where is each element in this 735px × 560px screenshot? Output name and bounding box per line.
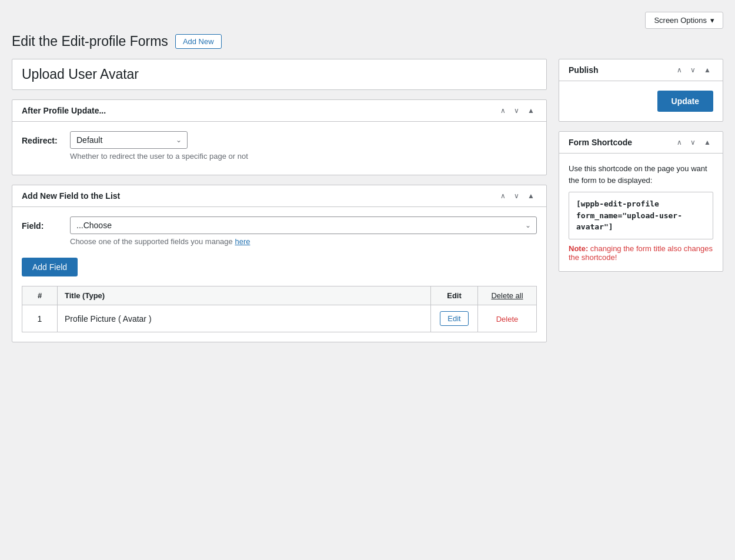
row-delete-cell: Delete [478,305,537,332]
redirect-select-wrapper: Default ⌄ [70,131,188,149]
col-edit-header: Edit [431,286,478,305]
field-select-row: Field: ...Choose ⌄ Choose one of the sup… [22,216,537,246]
form-shortcode-title: Form Shortcode [569,138,670,147]
field-select-content: ...Choose ⌄ Choose one of the supported … [70,216,537,246]
redirect-field-content: Default ⌄ Whether to redirect the user t… [70,131,537,161]
screen-options-button[interactable]: Screen Options ▾ [645,12,723,29]
field-hint: Choose one of the supported fields you m… [70,237,537,246]
publish-metabox: Publish ∧ ∨ ▲ Update [559,59,723,122]
add-field-collapse-up-button[interactable]: ∧ [498,191,508,201]
after-profile-update-metabox: After Profile Update... ∧ ∨ ▲ Redirect: … [12,99,547,175]
top-bar: Screen Options ▾ [12,12,723,29]
shortcode-description: Use this shortcode on the page you want … [569,163,713,186]
form-shortcode-metabox: Form Shortcode ∧ ∨ ▲ Use this shortcode … [559,131,723,272]
add-new-field-header: Add New Field to the List ∧ ∨ ▲ [12,185,546,207]
row-delete-button[interactable]: Delete [496,315,519,324]
add-field-button[interactable]: Add Field [22,258,78,276]
toggle-button[interactable]: ▲ [525,106,537,115]
add-field-toggle-button[interactable]: ▲ [525,191,537,201]
shortcode-note-body: changing the form title also changes the… [569,244,713,262]
page-header: Edit the Edit-profile Forms Add New [12,34,723,49]
add-new-button[interactable]: Add New [175,34,222,49]
form-shortcode-header: Form Shortcode ∧ ∨ ▲ [559,132,723,154]
after-profile-update-header: After Profile Update... ∧ ∨ ▲ [12,100,546,122]
after-profile-update-title: After Profile Update... [22,106,493,115]
field-hint-text: Choose one of the supported fields you m… [70,237,233,246]
publish-collapse-up-button[interactable]: ∧ [674,65,684,75]
shortcode-value[interactable]: [wppb-edit-profile form_name="upload-use… [569,192,713,239]
add-new-field-title: Add New Field to the List [22,191,493,201]
publish-collapse-down-button[interactable]: ∨ [688,65,698,75]
publish-title: Publish [569,65,670,75]
redirect-select[interactable]: Default [70,131,188,149]
field-select-wrapper: ...Choose ⌄ [70,216,537,234]
fields-table-body: 1 Profile Picture ( Avatar ) Edit Delete [22,305,537,332]
right-column: Publish ∧ ∨ ▲ Update Form Shortcode ∧ ∨ … [559,59,723,272]
fields-table: # Title (Type) Edit Delete all 1 Profile… [22,286,537,332]
redirect-field-row: Redirect: Default ⌄ Whether to redirect … [22,131,537,161]
row-edit-button[interactable]: Edit [440,311,468,326]
publish-body: Update [559,81,723,121]
main-layout: After Profile Update... ∧ ∨ ▲ Redirect: … [12,59,723,342]
shortcode-collapse-up-button[interactable]: ∧ [674,138,684,147]
add-new-field-controls: ∧ ∨ ▲ [498,191,537,201]
shortcode-collapse-down-button[interactable]: ∨ [688,138,698,147]
publish-controls: ∧ ∨ ▲ [674,65,713,75]
collapse-down-button[interactable]: ∨ [512,106,522,115]
shortcode-toggle-button[interactable]: ▲ [701,138,713,147]
col-num-header: # [22,286,58,305]
publish-toggle-button[interactable]: ▲ [701,65,713,75]
redirect-hint: Whether to redirect the user to a specif… [70,152,537,161]
col-title-header: Title (Type) [58,286,431,305]
update-button[interactable]: Update [657,91,713,112]
form-shortcode-controls: ∧ ∨ ▲ [674,138,713,147]
add-new-field-metabox: Add New Field to the List ∧ ∨ ▲ Field: .… [12,185,547,342]
table-row: 1 Profile Picture ( Avatar ) Edit Delete [22,305,537,332]
publish-header: Publish ∧ ∨ ▲ [559,59,723,81]
redirect-label: Redirect: [22,131,63,145]
fields-table-header-row: # Title (Type) Edit Delete all [22,286,537,305]
field-hint-link[interactable]: here [235,237,250,246]
collapse-up-button[interactable]: ∧ [498,106,508,115]
row-num: 1 [22,305,58,332]
delete-all-button[interactable]: Delete all [491,291,523,300]
screen-options-chevron-icon: ▾ [710,16,714,25]
field-select[interactable]: ...Choose [70,216,537,234]
form-shortcode-body: Use this shortcode on the page you want … [559,154,723,271]
add-new-field-body: Field: ...Choose ⌄ Choose one of the sup… [12,207,546,342]
field-label: Field: [22,216,63,231]
shortcode-note: Note: changing the form title also chang… [569,244,713,262]
row-edit-cell: Edit [431,305,478,332]
fields-table-head: # Title (Type) Edit Delete all [22,286,537,305]
page-title: Edit the Edit-profile Forms [12,34,168,49]
add-field-collapse-down-button[interactable]: ∨ [512,191,522,201]
after-profile-update-body: Redirect: Default ⌄ Whether to redirect … [12,122,546,175]
form-title-input[interactable] [12,59,547,90]
col-delete-header: Delete all [478,286,537,305]
row-title: Profile Picture ( Avatar ) [58,305,431,332]
after-profile-update-controls: ∧ ∨ ▲ [498,106,537,115]
shortcode-note-label: Note: [569,244,588,253]
screen-options-label: Screen Options [654,16,707,25]
left-column: After Profile Update... ∧ ∨ ▲ Redirect: … [12,59,547,342]
